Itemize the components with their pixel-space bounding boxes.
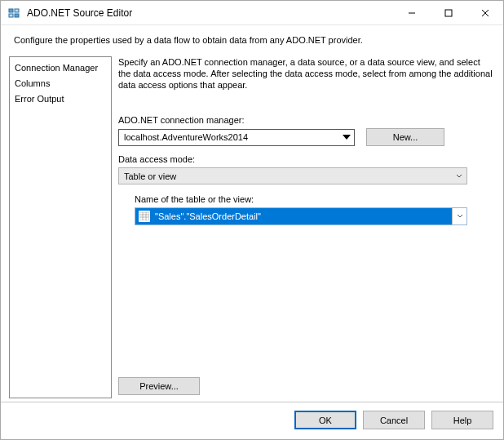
dialog-description: Configure the properties used by a data … — [1, 25, 503, 56]
app-icon — [7, 7, 20, 20]
data-access-mode-label: Data access mode: — [118, 154, 495, 164]
new-button[interactable]: New... — [366, 128, 444, 146]
dropdown-arrow-icon — [339, 130, 354, 145]
connection-manager-value: localhost.AdventureWorks2014 — [119, 132, 339, 142]
table-name-label: Name of the table or the view: — [135, 194, 495, 204]
panel-instructions: Specify an ADO.NET connection manager, a… — [118, 56, 495, 91]
minimize-button[interactable] — [393, 1, 430, 24]
sidebar: Connection Manager Columns Error Output — [9, 56, 112, 398]
help-button[interactable]: Help — [431, 411, 493, 429]
preview-button[interactable]: Preview... — [118, 377, 200, 395]
table-name-value: "Sales"."SalesOrderDetail" — [155, 211, 261, 221]
button-label: Preview... — [139, 381, 179, 391]
button-label: OK — [319, 416, 332, 425]
connection-manager-row: ADO.NET connection manager: localhost.Ad… — [118, 115, 495, 146]
data-access-mode-row: Data access mode: Table or view — [118, 154, 495, 184]
maximize-button[interactable] — [430, 1, 466, 24]
button-label: Cancel — [380, 416, 408, 425]
svg-rect-1 — [15, 9, 19, 12]
svg-rect-5 — [445, 10, 452, 16]
dialog-body: Connection Manager Columns Error Output … — [1, 56, 503, 402]
data-access-mode-combo[interactable]: Table or view — [118, 167, 467, 184]
svg-rect-2 — [9, 14, 13, 17]
dialog-window: ADO.NET Source Editor Configure the prop… — [0, 0, 504, 440]
sidebar-item-connection-manager[interactable]: Connection Manager — [10, 60, 111, 76]
ok-button[interactable]: OK — [294, 411, 356, 429]
sidebar-item-label: Connection Manager — [15, 63, 98, 73]
svg-rect-3 — [15, 14, 19, 17]
main-panel: Specify an ADO.NET connection manager, a… — [118, 56, 495, 398]
close-button[interactable] — [466, 1, 503, 24]
table-icon — [139, 211, 150, 222]
dialog-footer: OK Cancel Help — [1, 402, 503, 439]
data-access-mode-value: Table or view — [119, 171, 452, 181]
chevron-down-icon — [452, 208, 466, 224]
sidebar-item-label: Columns — [15, 78, 50, 88]
cancel-button[interactable]: Cancel — [363, 411, 425, 429]
window-buttons — [393, 1, 503, 24]
sidebar-item-label: Error Output — [15, 94, 64, 104]
chevron-down-icon — [452, 168, 466, 184]
button-label: Help — [453, 416, 472, 425]
preview-row: Preview... — [118, 377, 200, 395]
button-label: New... — [393, 132, 418, 142]
table-name-selected: "Sales"."SalesOrderDetail" — [135, 208, 452, 224]
connection-manager-combo[interactable]: localhost.AdventureWorks2014 — [118, 129, 355, 146]
window-title: ADO.NET Source Editor — [25, 7, 393, 19]
sidebar-item-columns[interactable]: Columns — [10, 76, 111, 91]
svg-marker-8 — [343, 135, 351, 140]
table-select-section: Name of the table or the view: — [135, 194, 495, 225]
connection-manager-label: ADO.NET connection manager: — [118, 115, 495, 125]
titlebar: ADO.NET Source Editor — [1, 1, 503, 25]
svg-rect-9 — [139, 212, 149, 220]
table-name-combo[interactable]: "Sales"."SalesOrderDetail" — [135, 207, 467, 225]
sidebar-item-error-output[interactable]: Error Output — [10, 91, 111, 107]
svg-rect-0 — [9, 9, 13, 12]
